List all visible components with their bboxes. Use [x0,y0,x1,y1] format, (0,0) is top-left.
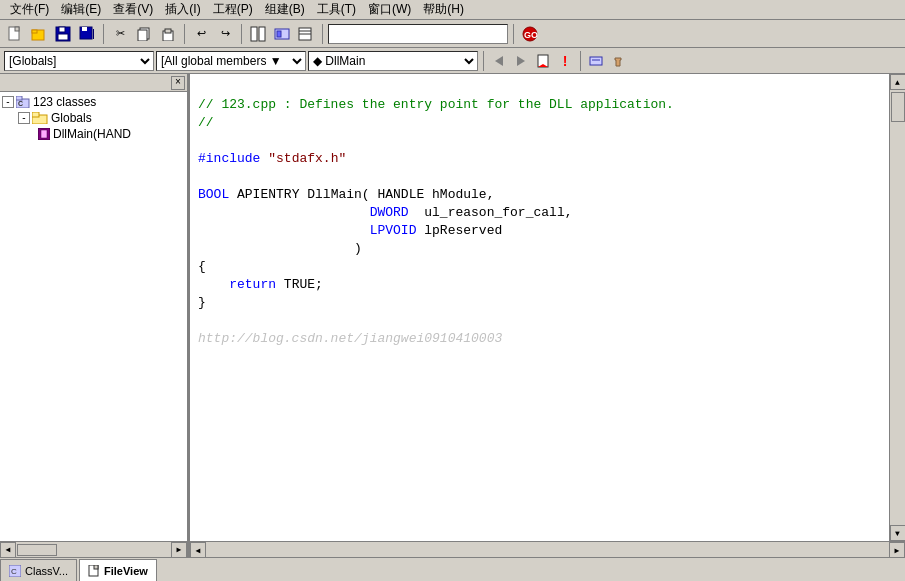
separator-6 [483,51,484,71]
menu-build[interactable]: 组建(B) [259,1,311,18]
bookmark-button[interactable] [533,51,553,71]
tree-item-dllmain[interactable]: DllMain(HAND [2,126,185,142]
search-input[interactable] [328,24,508,44]
code-content: // 123.cpp : Defines the entry point for… [190,74,889,370]
error-button[interactable]: ! [555,51,575,71]
code-line-2: // [198,115,214,130]
copy-button[interactable] [133,23,155,45]
save-all-button[interactable] [76,23,98,45]
svg-rect-6 [58,34,68,40]
toolbar-context: [Globals] [All global members ▼ ◆ DllMai… [0,48,905,74]
ref-button[interactable] [586,51,606,71]
cut-button[interactable]: ✂ [109,23,131,45]
project-button[interactable] [271,23,293,45]
scroll-track [16,543,171,557]
left-panel: × - C 123 classes - Globals [0,74,190,557]
menu-window[interactable]: 窗口(W) [362,1,417,18]
separator-3 [241,24,242,44]
undo-button[interactable]: ↩ [190,23,212,45]
svg-rect-11 [138,30,147,41]
scroll-up-button[interactable]: ▲ [890,74,906,90]
svg-rect-17 [277,31,281,37]
code-area: // 123.cpp : Defines the entry point for… [190,74,905,557]
expand-globals[interactable]: - [18,112,30,124]
tab-classview[interactable]: C ClassV... [0,559,77,581]
expand-root[interactable]: - [2,96,14,108]
redo-button[interactable]: ↪ [214,23,236,45]
scroll-right-button[interactable]: ▶ [171,542,187,558]
svg-rect-9 [93,29,94,39]
file-icon [88,565,100,577]
svg-rect-3 [32,30,37,33]
go-button[interactable]: GO [519,23,541,45]
svg-rect-15 [259,27,265,41]
svg-rect-33 [32,112,39,117]
menu-bar: 文件(F) 编辑(E) 查看(V) 插入(I) 工程(P) 组建(B) 工具(T… [0,0,905,20]
vscroll-thumb[interactable] [891,92,905,122]
separator-7 [580,51,581,71]
code-line-6: BOOL APIENTRY DllMain( HANDLE hModule, [198,187,494,202]
dllmain-dropdown[interactable]: ◆ DllMain [308,51,478,71]
tree-label-globals: Globals [51,111,92,125]
separator-1 [103,24,104,44]
globals-dropdown[interactable]: [Globals] [4,51,154,71]
hscroll-left-button[interactable]: ◀ [190,542,206,557]
code-editor[interactable]: // 123.cpp : Defines the entry point for… [190,74,889,541]
tree-item-root[interactable]: - C 123 classes [2,94,185,110]
svg-rect-27 [590,57,602,65]
code-line-4: #include "stdafx.h" [198,151,346,166]
svg-rect-35 [41,130,47,138]
tab-classview-label: ClassV... [25,565,68,577]
scroll-thumb[interactable] [17,544,57,556]
code-vscrollbar: ▲ ▼ [889,74,905,541]
main-area: × - C 123 classes - Globals [0,74,905,557]
save-button[interactable] [52,23,74,45]
new-button[interactable] [4,23,26,45]
code-hscrollbar-area: ◀ ▶ [190,541,905,557]
paste-button[interactable] [157,23,179,45]
svg-text:C: C [11,567,17,576]
separator-4 [322,24,323,44]
svg-rect-13 [165,29,171,33]
svg-text:GO: GO [524,30,538,40]
svg-rect-5 [59,27,65,32]
svg-text:C: C [18,100,23,107]
menu-tools[interactable]: 工具(T) [311,1,362,18]
panel-bottom: ◀ ▶ [0,541,187,557]
toolbar-main: ✂ ↩ ↪ GO [0,20,905,48]
svg-marker-23 [495,56,503,66]
code-line-10: { [198,259,206,274]
code-line-9: ) [198,241,362,256]
hscroll-right-button[interactable]: ▶ [889,542,905,557]
nav-next-button[interactable] [511,51,531,71]
tree-label-root: 123 classes [33,95,96,109]
menu-insert[interactable]: 插入(I) [159,1,206,18]
separator-5 [513,24,514,44]
panel-close-button[interactable]: × [171,76,185,90]
tab-fileview[interactable]: FileView [79,559,157,581]
members-dropdown[interactable]: [All global members ▼ [156,51,306,71]
menu-edit[interactable]: 编辑(E) [55,1,107,18]
search-button[interactable] [295,23,317,45]
code-line-11: return TRUE; [198,277,323,292]
separator-2 [184,24,185,44]
tree-item-globals[interactable]: - Globals [2,110,185,126]
menu-view[interactable]: 查看(V) [107,1,159,18]
svg-rect-1 [15,27,19,31]
menu-help[interactable]: 帮助(H) [417,1,470,18]
code-line-7: DWORD ul_reason_for_call, [198,205,572,220]
hand-button[interactable] [608,51,628,71]
bottom-tabs: C ClassV... FileView [0,557,905,581]
panel-header: × [0,74,187,92]
scroll-left-button[interactable]: ◀ [0,542,16,558]
code-line-8: LPVOID lpReserved [198,223,502,238]
open-button[interactable] [28,23,50,45]
workspace-button[interactable] [247,23,269,45]
scroll-down-button[interactable]: ▼ [890,525,906,541]
nav-prev-button[interactable] [489,51,509,71]
tree-view: - C 123 classes - Globals [0,92,187,541]
menu-project[interactable]: 工程(P) [207,1,259,18]
tree-label-dllmain: DllMain(HAND [53,127,131,141]
menu-file[interactable]: 文件(F) [4,1,55,18]
panel-hscrollbar[interactable]: ◀ ▶ [0,541,187,557]
